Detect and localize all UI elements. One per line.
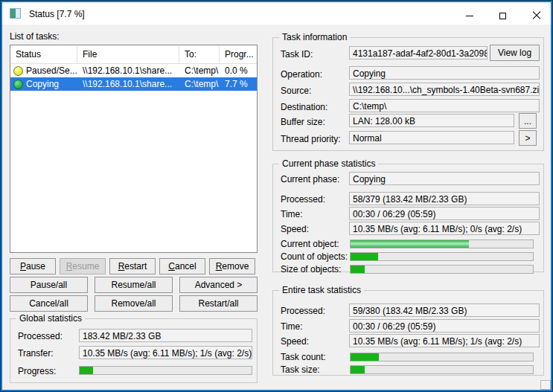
task-information-group: Task information Task ID: 4131a187-adaf-… [272,37,544,151]
processed-value: 58/379 (183.42 MB/2.33 GB) [349,192,540,205]
close-button[interactable] [520,4,553,27]
progress-label: Progress: [18,366,56,376]
minimize-button[interactable] [453,4,486,27]
paused-status-icon [13,66,23,76]
restart-button[interactable]: Restart [109,258,156,274]
task-status: Paused/Se... [26,65,77,76]
task-to: C:\temp\ [179,65,220,76]
task-list[interactable]: Status File To: Progr... Paused/Se... \\… [10,45,258,253]
task-row-copying[interactable]: Copying \\192.168.10.1\share... C:\temp\… [10,77,257,91]
maximize-button[interactable] [486,4,520,27]
buffer-size-more-button[interactable]: ... [519,113,537,129]
task-id-value: 4131a187-adaf-4af2-80d1-3a20989 [349,46,488,60]
pause-all-button[interactable]: Pause/all [10,277,88,293]
count-of-objects-fill [351,253,378,260]
size-of-objects-label: Size of objects: [281,264,341,274]
processed-value: 59/380 (183.42 MB/2.33 GB) [349,303,540,317]
column-header-to[interactable]: To: [179,45,220,63]
task-progress: 7.7 % [220,79,257,89]
resume-button[interactable]: Resume [60,258,106,274]
destination-label: Destination: [281,102,327,112]
remove-all-button[interactable]: Remove/all [95,295,173,312]
thread-priority-expand-button[interactable]: > [519,130,537,146]
current-object-bar [350,240,534,248]
current-phase-statistics-title: Current phase statistics [279,158,378,169]
task-count-label: Task count: [281,352,326,362]
column-header-progress[interactable]: Progr... [220,45,257,63]
size-of-objects-fill [351,266,365,273]
task-id-label: Task ID: [281,49,313,60]
thread-priority-label: Thread priority: [281,134,341,144]
pause-button[interactable]: Pause [10,258,56,274]
buffer-size-label: Buffer size: [281,117,325,127]
time-label: Time: [281,321,303,332]
speed-value: 10.35 MB/s (avg: 6.11 MB/s); 0/s (avg: 2… [349,222,540,235]
time-value: 00:30 / 06:29 (05:59) [349,319,540,332]
restart-all-button[interactable]: Restart/all [179,295,258,312]
task-file: \\192.168.10.1\share... [77,79,179,89]
speed-value: 10.35 MB/s (avg: 6.11 MB/s); 1/s (avg: 2… [349,334,540,347]
processed-label: Processed: [281,306,325,316]
close-icon [532,11,541,20]
global-statistics-title: Global statistics [16,313,85,324]
operation-value: Copying [349,66,540,80]
cancel-all-button[interactable]: Cancel/all [10,295,88,312]
buffer-size-value: LAN: 128.00 kB [349,114,514,127]
current-object-fill [351,240,469,248]
task-to: C:\temp\ [179,79,220,89]
app-icon [10,8,21,19]
task-count-fill [351,353,379,361]
task-status: Copying [26,79,59,89]
speed-label: Speed: [281,336,309,347]
speed-label: Speed: [281,224,309,234]
window-title: Status [7.7 %] [29,9,85,19]
maximize-icon [499,13,506,19]
entire-task-statistics-group: Entire task statistics Processed: 59/380… [272,290,544,376]
resize-grip[interactable] [540,380,551,390]
advanced-button[interactable]: Advanced > [179,277,258,293]
cancel-button[interactable]: Cancel [159,258,205,274]
thread-priority-value: Normal [349,131,514,144]
task-row-paused[interactable]: Paused/Se... \\192.168.10.1\share... C:\… [10,64,257,77]
size-of-objects-bar [350,265,534,274]
source-value: \\192.168.10...\ch_symbols-1.40Beta-svn6… [349,83,540,96]
processed-value: 183.42 MB/2.33 GB [79,329,252,342]
status-window: Status [7.7 %] List of tasks: Status Fil… [0,0,553,392]
view-log-button[interactable]: View log [490,45,540,61]
current-phase-statistics-group: Current phase statistics Current phase: … [272,164,544,272]
task-size-bar [350,365,534,374]
entire-task-statistics-title: Entire task statistics [279,285,364,295]
titlebar[interactable]: Status [7.7 %] [2,2,551,25]
task-file: \\192.168.10.1\share... [77,65,179,76]
time-label: Time: [281,209,303,219]
task-size-fill [351,366,365,373]
column-header-file[interactable]: File [77,45,179,63]
transfer-value: 10.35 MB/s (avg: 6.11 MB/s); 1/s (avg: 2… [79,346,252,359]
count-of-objects-bar [350,252,534,261]
destination-value: C:\temp\ [349,99,540,112]
list-of-tasks-label: List of tasks: [10,31,60,42]
global-statistics-group: Global statistics Processed: 183.42 MB/2… [10,318,258,383]
resume-all-button[interactable]: Resume/all [95,277,173,293]
time-value: 00:30 / 06:29 (05:59) [349,207,540,220]
current-object-label: Current object: [281,239,339,249]
task-size-label: Task size: [281,364,320,375]
remove-button[interactable]: Remove [209,258,255,274]
task-list-header: Status File To: Progr... [10,45,257,64]
minimize-icon [466,16,473,16]
processed-label: Processed: [281,194,325,205]
task-information-title: Task information [279,32,350,42]
source-label: Source: [281,86,311,96]
count-of-objects-label: Count of objects: [281,251,348,262]
task-progress: 0.0 % [220,65,257,76]
global-progress-fill [80,367,93,374]
task-count-bar [350,353,534,362]
processed-label: Processed: [18,331,63,341]
current-phase-value: Copying [349,172,540,185]
transfer-label: Transfer: [18,348,54,359]
column-header-status[interactable]: Status [10,45,77,63]
global-progress-bar [79,366,252,375]
operation-label: Operation: [281,69,322,80]
copying-status-icon [13,80,23,89]
current-phase-label: Current phase: [281,174,339,184]
